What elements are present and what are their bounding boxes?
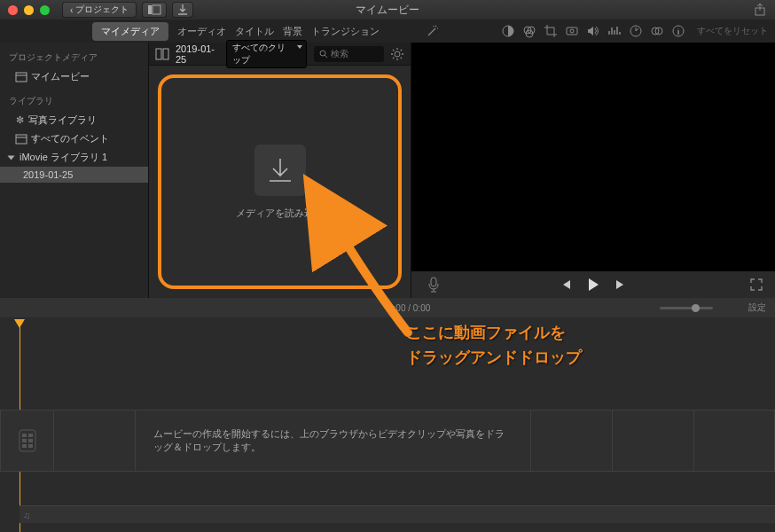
svg-point-18: [395, 51, 400, 57]
svg-line-23: [393, 50, 394, 51]
svg-rect-16: [163, 49, 168, 59]
tab-mymedia[interactable]: マイメディア: [92, 22, 168, 41]
clip-track: ムービーの作成を開始するには、上のブラウザからビデオクリップや写真をドラッグ＆ド…: [0, 410, 775, 472]
clip-grip-icon: [20, 430, 35, 451]
sidebar-mymovie-label: マイムービー: [31, 70, 90, 83]
crop-icon[interactable]: [544, 25, 557, 37]
browser-date: 2019-01-25: [176, 43, 219, 65]
media-tabs: マイメディア オーディオ タイトル 背景 トランジション すべてをリセット: [0, 20, 775, 43]
magic-wand-icon[interactable]: [426, 24, 440, 38]
sidebar-head-project: プロジェクトメディア: [0, 48, 148, 67]
search-icon: [319, 50, 327, 58]
color-balance-icon[interactable]: [502, 25, 514, 37]
filmstrip-view-icon[interactable]: [156, 49, 168, 59]
sidebar-allevents-label: すべてのイベント: [31, 132, 109, 145]
sidebar-item-imovie-lib[interactable]: iMovie ライブラリ 1: [0, 148, 148, 167]
clapboard-icon: [16, 135, 27, 144]
media-browser: 2019-01-25 すべてのクリップ 検索 メディアを読み込む: [149, 43, 411, 298]
viewer-canvas: [411, 43, 775, 271]
time-total: 0:00: [413, 303, 430, 313]
fullscreen-icon[interactable]: [750, 278, 763, 291]
speed-icon[interactable]: [630, 25, 642, 37]
tab-title[interactable]: タイトル: [235, 25, 274, 38]
clip-filter-icon[interactable]: [651, 25, 663, 37]
clip-handle[interactable]: [0, 410, 53, 472]
svg-line-25: [393, 57, 394, 58]
svg-rect-13: [16, 73, 27, 82]
sidebar-photos-label: 写真ライブラリ: [28, 113, 97, 127]
svg-rect-29: [22, 434, 27, 437]
timecode-bar: 0:00 / 0:00 設定: [0, 298, 775, 317]
slider-knob[interactable]: [692, 304, 700, 312]
sidebar-item-photos[interactable]: ✼ 写真ライブラリ: [0, 111, 148, 129]
svg-line-26: [401, 50, 402, 51]
search-placeholder: 検索: [331, 48, 348, 60]
timecode: 0:00 / 0:00: [388, 303, 430, 313]
clip-filter-select[interactable]: すべてのクリップ: [226, 40, 307, 68]
stabilization-icon[interactable]: [566, 26, 578, 36]
viewer: [411, 43, 775, 298]
svg-point-8: [570, 29, 574, 33]
sidebar-head-library: ライブラリ: [0, 91, 148, 111]
skip-back-icon[interactable]: [560, 278, 572, 291]
volume-icon[interactable]: [587, 26, 599, 36]
svg-rect-28: [20, 430, 35, 451]
annotation-text: ここに動画ファイルを ドラッグアンドドロップ: [406, 321, 582, 371]
import-dropzone[interactable]: メディアを読み込む: [158, 74, 402, 289]
window-title: マイムービー: [0, 3, 775, 18]
sidebar-item-all-events[interactable]: すべてのイベント: [0, 129, 148, 148]
svg-rect-31: [22, 439, 27, 442]
microphone-icon[interactable]: [427, 277, 440, 293]
sidebar: プロジェクトメディア マイムービー ライブラリ ✼ 写真ライブラリ すべてのイベ…: [0, 43, 149, 298]
svg-line-24: [401, 57, 402, 58]
tab-audio[interactable]: オーディオ: [177, 25, 226, 38]
music-note-icon: ♫: [23, 510, 30, 520]
annotation-line2: ドラッグアンドドロップ: [406, 346, 582, 371]
import-label: メディアを読み込む: [236, 207, 324, 220]
info-icon[interactable]: [672, 25, 685, 37]
tab-segment: マイメディア: [92, 22, 168, 41]
search-input[interactable]: 検索: [314, 46, 384, 62]
annotation-line1: ここに動画ファイルを: [406, 321, 582, 346]
download-arrow-icon: [268, 157, 293, 184]
sidebar-item-mymovie[interactable]: マイムービー: [0, 67, 148, 86]
zoom-slider[interactable]: [660, 307, 713, 309]
viewer-controls: [411, 271, 775, 298]
color-correction-icon[interactable]: [523, 25, 536, 37]
svg-rect-33: [22, 444, 27, 448]
titlebar: ‹プロジェクト マイムービー: [0, 0, 775, 20]
tab-background[interactable]: 背景: [283, 25, 302, 38]
disclosure-triangle-icon[interactable]: [8, 155, 15, 160]
noise-reduction-icon[interactable]: [608, 26, 621, 36]
svg-rect-32: [28, 439, 33, 442]
svg-rect-27: [431, 278, 436, 286]
timeline[interactable]: ムービーの作成を開始するには、上のブラウザからビデオクリップや写真をドラッグ＆ド…: [0, 317, 775, 532]
reset-all-button[interactable]: すべてをリセット: [697, 25, 768, 37]
audio-track[interactable]: ♫: [20, 505, 775, 523]
sidebar-event-label: 2019-01-25: [23, 169, 73, 180]
svg-rect-7: [567, 27, 577, 35]
import-icon-box: [254, 145, 306, 196]
tab-transition[interactable]: トランジション: [311, 25, 380, 38]
browser-toolbar: 2019-01-25 すべてのクリップ 検索: [149, 43, 411, 66]
clip-placeholder[interactable]: [53, 410, 135, 472]
sidebar-imovielib-label: iMovie ライブラリ 1: [20, 151, 107, 164]
svg-rect-34: [28, 444, 33, 448]
svg-rect-30: [28, 434, 33, 437]
timeline-hint: ムービーの作成を開始するには、上のブラウザからビデオクリップや写真をドラッグ＆ド…: [135, 410, 530, 472]
clapboard-icon: [16, 73, 27, 82]
svg-rect-15: [156, 49, 161, 59]
gear-icon[interactable]: [391, 48, 403, 60]
main-split: プロジェクトメディア マイムービー ライブラリ ✼ 写真ライブラリ すべてのイベ…: [0, 43, 775, 298]
play-icon[interactable]: [586, 278, 600, 292]
viewer-tools: すべてをリセット: [502, 25, 768, 37]
time-current: 0:00: [388, 303, 405, 313]
svg-rect-14: [16, 135, 27, 144]
clip-placeholder[interactable]: [693, 410, 775, 472]
flower-icon: ✼: [16, 114, 24, 126]
skip-forward-icon[interactable]: [615, 278, 627, 291]
clip-placeholder[interactable]: [530, 410, 612, 472]
sidebar-item-event-date[interactable]: 2019-01-25: [0, 167, 148, 183]
clip-placeholder[interactable]: [612, 410, 693, 472]
settings-button[interactable]: 設定: [748, 301, 766, 314]
